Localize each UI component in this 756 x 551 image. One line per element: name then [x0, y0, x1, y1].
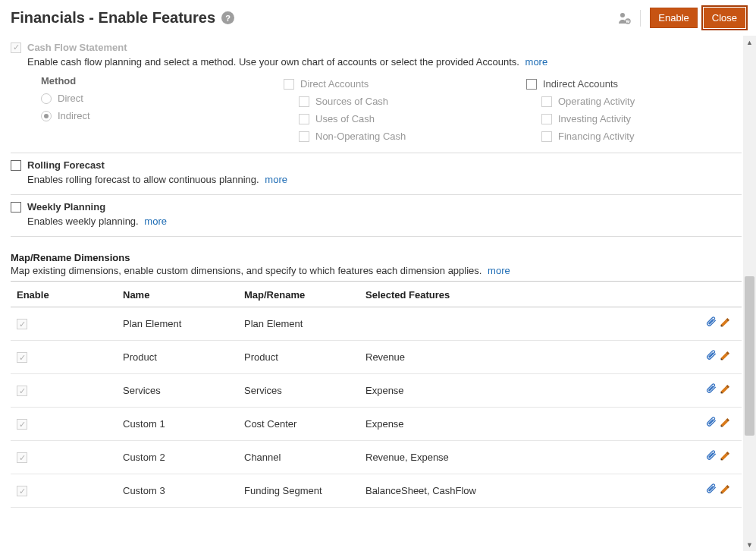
paperclip-icon[interactable] [705, 350, 717, 364]
cashflow-desc: Enable cash flow planning and select a m… [27, 56, 519, 68]
direct-accounts-checkbox [284, 79, 294, 90]
svg-marker-9 [721, 386, 728, 393]
help-icon[interactable]: ? [221, 11, 234, 24]
row-name: Services [117, 374, 238, 408]
indirect-accounts-checkbox[interactable] [526, 79, 537, 90]
indirect-accounts-row[interactable]: Indirect Accounts [526, 75, 743, 93]
cashflow-options: Method Direct Indirect Direct Accounts [11, 69, 742, 145]
uses-of-cash-checkbox [299, 114, 309, 124]
table-row: Custom 3Funding SegmentBalanceSheet, Cas… [11, 474, 742, 508]
non-operating-cash-label: Non-Operating Cash [315, 131, 406, 142]
row-enable-checkbox [17, 419, 27, 430]
paperclip-icon[interactable] [705, 383, 717, 398]
row-enable-checkbox [17, 486, 27, 496]
section-weekly: Weekly Planning Enables weekly planning.… [11, 194, 742, 236]
sources-of-cash-row: Sources of Cash [299, 93, 526, 110]
radio-indirect [41, 111, 52, 121]
indirect-accounts-label: Indirect Accounts [543, 78, 618, 90]
row-name: Custom 3 [117, 474, 238, 508]
weekly-more-link[interactable]: more [144, 216, 167, 227]
map-more-link[interactable]: more [488, 265, 510, 276]
row-features: BalanceSheet, CashFlow [359, 474, 681, 508]
close-button[interactable]: Close [704, 8, 745, 28]
sources-of-cash-checkbox [299, 96, 309, 107]
col-enable: Enable [11, 282, 117, 307]
table-row: ProductProductRevenue [11, 341, 742, 374]
cashflow-title: Cash Flow Statement [27, 42, 127, 53]
investing-activity-label: Investing Activity [558, 113, 631, 124]
rolling-more-link[interactable]: more [265, 174, 287, 185]
operating-activity-row: Operating Activity [541, 93, 743, 110]
map-title: Map/Rename Dimensions [11, 243, 742, 265]
svg-marker-6 [721, 353, 728, 360]
user-icon[interactable]: ? [617, 11, 631, 25]
page-header: Financials - Enable Features ? ? Enable … [0, 0, 756, 34]
non-operating-cash-checkbox [299, 131, 309, 142]
section-cashflow: Cash Flow Statement Enable cash flow pla… [11, 36, 742, 153]
col-name: Name [117, 282, 238, 307]
paperclip-icon[interactable] [705, 483, 717, 498]
pencil-icon[interactable] [719, 316, 731, 331]
rolling-checkbox[interactable] [11, 160, 21, 171]
table-header-row: Enable Name Map/Rename Selected Features [11, 282, 742, 307]
cashflow-checkbox [11, 43, 21, 53]
row-map: Cost Center [238, 408, 359, 441]
scroll-track[interactable] [743, 49, 756, 538]
vertical-scrollbar[interactable]: ▲ ▼ [743, 36, 756, 551]
scroll-up-icon[interactable]: ▲ [743, 36, 756, 49]
row-features: Expense [359, 374, 681, 408]
svg-marker-18 [721, 486, 728, 493]
content-scroll: Cash Flow Statement Enable cash flow pla… [0, 36, 743, 551]
investing-activity-row: Investing Activity [541, 110, 743, 128]
row-enable-checkbox [17, 386, 27, 396]
uses-of-cash-label: Uses of Cash [315, 113, 375, 124]
cashflow-more-link[interactable]: more [525, 56, 548, 68]
radio-indirect-label: Indirect [58, 110, 90, 121]
row-enable-checkbox [17, 452, 27, 463]
method-label: Method [41, 75, 284, 87]
financing-activity-checkbox [541, 131, 552, 142]
rolling-desc: Enables rolling forecast to allow contin… [27, 174, 259, 185]
table-row: Plan ElementPlan Element [11, 307, 742, 341]
financing-activity-label: Financing Activity [558, 131, 634, 142]
financing-activity-row: Financing Activity [541, 128, 743, 145]
scroll-thumb[interactable] [745, 276, 754, 436]
operating-activity-checkbox [541, 96, 552, 107]
weekly-checkbox[interactable] [11, 202, 21, 213]
svg-marker-12 [721, 420, 728, 427]
pencil-icon[interactable] [719, 350, 731, 364]
radio-direct [41, 93, 52, 104]
paperclip-icon[interactable] [705, 417, 717, 431]
pencil-icon[interactable] [719, 383, 731, 398]
pencil-icon[interactable] [719, 417, 731, 431]
direct-accounts-label: Direct Accounts [300, 78, 369, 90]
scroll-down-icon[interactable]: ▼ [743, 538, 756, 551]
row-map: Product [238, 341, 359, 374]
row-map: Plan Element [238, 307, 359, 341]
divider [640, 10, 641, 27]
uses-of-cash-row: Uses of Cash [299, 110, 526, 128]
row-features: Expense [359, 408, 681, 441]
row-enable-checkbox [17, 319, 27, 329]
svg-marker-3 [721, 320, 728, 326]
paperclip-icon[interactable] [705, 316, 717, 331]
pencil-icon[interactable] [719, 483, 731, 498]
svg-point-0 [620, 13, 625, 17]
enable-button[interactable]: Enable [650, 8, 697, 28]
row-features: Revenue [359, 341, 681, 374]
col-map: Map/Rename [238, 282, 359, 307]
weekly-title: Weekly Planning [27, 201, 105, 213]
row-name: Product [117, 341, 238, 374]
weekly-desc: Enables weekly planning. [27, 216, 139, 227]
table-row: Custom 2ChannelRevenue, Expense [11, 441, 742, 474]
header-left: Financials - Enable Features ? [11, 9, 234, 27]
section-rolling: Rolling Forecast Enables rolling forecas… [11, 153, 742, 194]
investing-activity-checkbox [541, 114, 552, 124]
col-features: Selected Features [359, 282, 681, 307]
svg-marker-15 [721, 453, 728, 460]
operating-activity-label: Operating Activity [558, 96, 635, 107]
pencil-icon[interactable] [719, 450, 731, 464]
dimensions-table: Enable Name Map/Rename Selected Features… [11, 281, 742, 508]
rolling-title: Rolling Forecast [27, 159, 105, 171]
paperclip-icon[interactable] [705, 450, 717, 464]
